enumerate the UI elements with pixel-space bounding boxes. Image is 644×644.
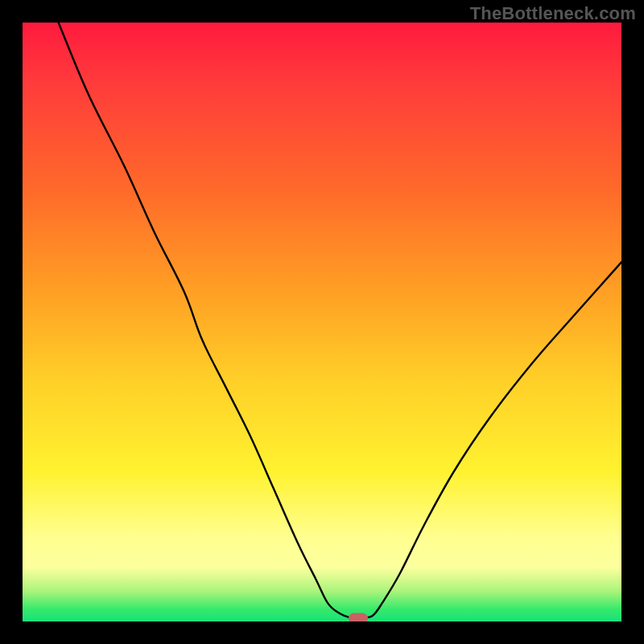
plot-area <box>23 23 621 621</box>
chart-frame: TheBottleneck.com <box>0 0 644 644</box>
bottleneck-curve <box>23 23 621 621</box>
optimum-marker <box>349 613 368 621</box>
attribution-label: TheBottleneck.com <box>470 3 636 24</box>
